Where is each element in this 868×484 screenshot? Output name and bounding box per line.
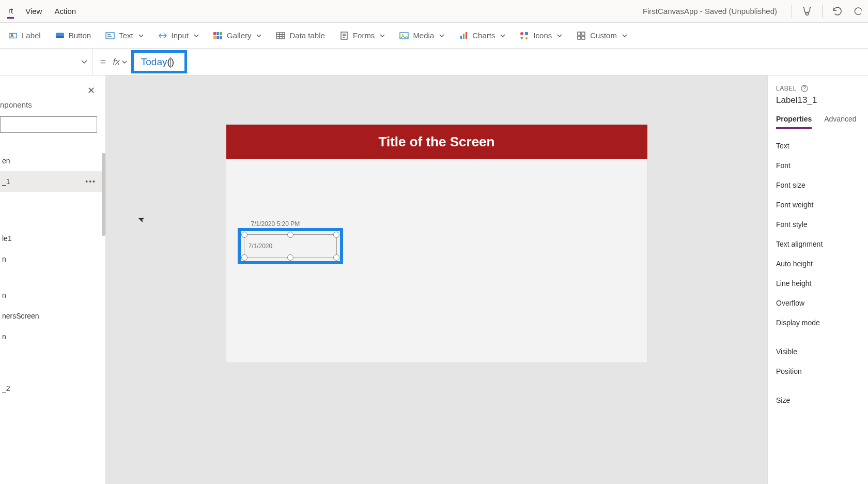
prop-size[interactable]: Size	[776, 390, 868, 410]
resize-handle[interactable]	[287, 254, 293, 261]
prop-text-alignment[interactable]: Text alignment	[776, 234, 868, 254]
ribbon-text-button[interactable]: Text	[105, 31, 144, 40]
ribbon-charts-button[interactable]: Charts	[459, 31, 505, 40]
prop-text[interactable]: Text	[776, 136, 868, 156]
ribbon: Label Button Text Input Gallery Data tab…	[0, 23, 868, 49]
ribbon-gallery-text: Gallery	[227, 31, 252, 40]
canvas-area[interactable]: ➤ Title of the Screen 7/1/2020 5:20 PM 7…	[106, 75, 767, 484]
ribbon-button-text: Button	[69, 31, 91, 40]
prop-font-style[interactable]: Font style	[776, 215, 868, 234]
redo-icon[interactable]	[853, 6, 864, 17]
properties-list: Text Font Font size Font weight Font sty…	[776, 136, 868, 410]
svg-rect-11	[276, 33, 285, 39]
tree-item[interactable]: en	[0, 150, 105, 171]
app-screen[interactable]: Title of the Screen 7/1/2020 5:20 PM 7/1…	[226, 125, 647, 362]
svg-rect-17	[466, 32, 467, 39]
close-icon[interactable]: ✕	[87, 85, 95, 96]
text-icon	[105, 31, 115, 40]
menubar-left: rt View Action	[4, 4, 77, 19]
resize-handle[interactable]	[287, 232, 293, 238]
datatable-icon	[276, 31, 285, 40]
ribbon-datatable-button[interactable]: Data table	[276, 31, 324, 40]
property-select[interactable]	[0, 49, 93, 75]
tree-item[interactable]: _1 •••	[0, 171, 105, 192]
tree-header: ✕	[0, 75, 105, 100]
tree-item[interactable]: n	[0, 249, 105, 269]
custom-icon	[577, 31, 586, 40]
chevron-down-icon	[122, 61, 127, 64]
ribbon-label-text: Label	[22, 31, 41, 40]
chevron-down-icon	[380, 34, 385, 37]
resize-handle[interactable]	[333, 232, 339, 238]
prop-auto-height[interactable]: Auto height	[776, 254, 868, 274]
tab-properties[interactable]: Properties	[776, 115, 812, 129]
ribbon-forms-button[interactable]: Forms	[339, 31, 385, 40]
menu-view[interactable]: View	[24, 5, 43, 18]
prop-font-size[interactable]: Font size	[776, 175, 868, 195]
prop-display-mode[interactable]: Display mode	[776, 313, 868, 332]
ribbon-media-button[interactable]: Media	[399, 31, 444, 40]
panel-tabs: Properties Advanced	[776, 115, 868, 129]
app-checker-icon[interactable]	[801, 6, 813, 17]
cursor-icon: ➤	[136, 213, 146, 224]
ribbon-forms-text: Forms	[353, 31, 375, 40]
svg-rect-16	[463, 34, 464, 39]
resize-handle[interactable]	[333, 254, 339, 261]
undo-icon[interactable]	[832, 6, 843, 17]
svg-rect-5	[213, 32, 216, 35]
canvas-label-selected[interactable]: 7/1/2020	[244, 234, 337, 258]
prop-overflow[interactable]: Overflow	[776, 293, 868, 313]
ribbon-label-button[interactable]: Label	[8, 31, 41, 40]
scrollbar[interactable]	[102, 153, 105, 236]
help-icon[interactable]	[801, 85, 808, 92]
control-type-label: LABEL	[776, 85, 868, 92]
tree-view-panel: ✕ nponents en _1 ••• le1 n n nersScreen …	[0, 75, 106, 484]
prop-font[interactable]: Font	[776, 156, 868, 175]
prop-visible[interactable]: Visible	[776, 342, 868, 361]
svg-rect-20	[578, 32, 581, 35]
svg-rect-8	[213, 36, 216, 39]
prop-font-weight[interactable]: Font weight	[776, 195, 868, 215]
ribbon-custom-button[interactable]: Custom	[577, 31, 627, 40]
control-name[interactable]: Label13_1	[776, 95, 868, 105]
gallery-icon	[213, 31, 223, 40]
formula-input[interactable]: Today()	[131, 50, 187, 73]
tree-list: en _1 ••• le1 n n nersScreen n _2	[0, 140, 105, 484]
chevron-down-icon	[439, 34, 444, 37]
menu-insert[interactable]: rt	[7, 4, 14, 19]
ribbon-input-button[interactable]: Input	[158, 31, 199, 40]
ribbon-charts-text: Charts	[472, 31, 495, 40]
ribbon-icons-button[interactable]: Icons	[520, 31, 562, 40]
ribbon-media-text: Media	[413, 31, 434, 40]
tree-item[interactable]: nersScreen	[0, 306, 105, 326]
input-icon	[158, 31, 167, 40]
ribbon-gallery-button[interactable]: Gallery	[213, 31, 262, 40]
fx-label[interactable]: fx	[113, 57, 131, 67]
prop-line-height[interactable]: Line height	[776, 274, 868, 293]
tree-search-input[interactable]	[0, 116, 97, 133]
canvas-label-datetime[interactable]: 7/1/2020 5:20 PM	[251, 220, 300, 228]
more-icon[interactable]: •••	[85, 177, 96, 186]
ribbon-datatable-text: Data table	[289, 31, 324, 40]
ribbon-button-button[interactable]: Button	[55, 31, 91, 40]
menu-action[interactable]: Action	[53, 5, 77, 18]
tree-item[interactable]: le1	[0, 228, 105, 249]
svg-rect-21	[582, 32, 585, 35]
divider	[792, 5, 792, 18]
icons-icon	[520, 31, 529, 40]
tree-item[interactable]: n	[0, 285, 105, 306]
svg-rect-23	[582, 36, 585, 39]
menubar-right: FirstCanvasApp - Saved (Unpublished)	[643, 5, 864, 18]
tab-advanced[interactable]: Advanced	[824, 115, 856, 129]
screen-title[interactable]: Title of the Screen	[226, 125, 647, 159]
tree-item[interactable]: n	[0, 326, 105, 347]
resize-handle[interactable]	[241, 254, 247, 261]
prop-position[interactable]: Position	[776, 361, 868, 381]
tree-tab-components[interactable]: nponents	[0, 100, 105, 114]
svg-rect-4	[106, 33, 114, 39]
tree-item[interactable]: _2	[0, 378, 105, 399]
app-title: FirstCanvasApp - Saved (Unpublished)	[643, 7, 777, 16]
ribbon-icons-text: Icons	[533, 31, 552, 40]
resize-handle[interactable]	[241, 232, 247, 238]
menubar: rt View Action FirstCanvasApp - Saved (U…	[0, 0, 868, 23]
